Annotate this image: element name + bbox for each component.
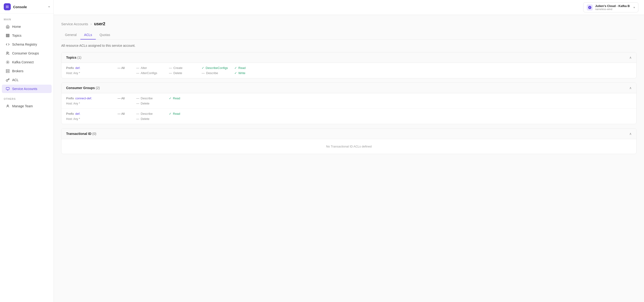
kafka-connect-icon	[6, 60, 10, 64]
topics-all: — All	[118, 66, 136, 70]
transactional-id-section-header[interactable]: Transactional ID (0) ∧	[62, 128, 636, 139]
svg-point-12	[7, 105, 8, 106]
topbar: Julien's Cloud - Kafka B nameless-wind ▾	[54, 0, 644, 15]
cg-row2-perm-read: ✓Read	[169, 112, 202, 116]
transactional-id-chevron-icon: ∧	[629, 132, 632, 136]
brokers-icon	[6, 69, 10, 73]
sidebar-item-service-accounts[interactable]: Service Accounts	[2, 84, 52, 93]
sidebar-label-topics: Topics	[12, 34, 22, 38]
consumer-groups-section-header[interactable]: Consumer Groups (2) ∧	[62, 83, 636, 93]
sidebar-item-kafka-connect[interactable]: Kafka Connect	[2, 58, 52, 66]
service-accounts-icon	[6, 87, 10, 91]
content-area: Service Accounts › user2 General ACLs Qu…	[54, 15, 644, 302]
topics-perm-alterconfigs: —AlterConfigs	[136, 71, 169, 75]
cg-row1-all: — All	[118, 96, 136, 100]
cg-row1-prefix-label: Prefix	[66, 96, 74, 100]
svg-rect-0	[6, 34, 9, 35]
tabs: General ACLs Quotas	[61, 31, 636, 40]
main-section-label: MAIN	[0, 14, 54, 22]
sidebar-item-schema-registry[interactable]: Schema Registry	[2, 40, 52, 48]
topics-perm-write: ✓Write	[234, 71, 267, 75]
sidebar-label-manage-team: Manage Team	[12, 104, 33, 108]
transactional-id-empty: No Transactional ID ACLs defined	[62, 139, 636, 154]
sidebar-item-home[interactable]: Home	[2, 22, 52, 31]
app-logo	[4, 3, 11, 10]
console-logo-icon	[5, 5, 9, 9]
svg-point-4	[7, 62, 8, 63]
acl-description: All resource ACLs assigned to this servi…	[61, 44, 636, 48]
topics-section-title: Topics (1)	[66, 56, 81, 59]
topics-perm-read: ✓Read	[234, 66, 267, 70]
team-icon	[6, 104, 10, 108]
breadcrumb-parent[interactable]: Service Accounts	[61, 22, 88, 26]
cg-row2-perm-describe: —Describe	[136, 112, 169, 116]
tab-quotas[interactable]: Quotas	[96, 31, 114, 40]
sidebar-label-schema-registry: Schema Registry	[12, 42, 37, 46]
cg-row2-prefix-value: def.	[75, 112, 80, 116]
home-icon	[6, 24, 10, 29]
cg-row2-all: — All	[118, 112, 136, 116]
cluster-info: Julien's Cloud - Kafka B nameless-wind	[595, 4, 630, 10]
consumer-groups-acl-row-2: Prefix def. — All —Describe ✓Read Host: …	[62, 109, 636, 124]
acl-icon	[6, 78, 10, 82]
sidebar-label-brokers: Brokers	[12, 69, 23, 73]
consumer-groups-chevron-icon: ∧	[629, 86, 632, 90]
consumer-groups-section-title: Consumer Groups (2)	[66, 86, 100, 90]
cluster-selector[interactable]: Julien's Cloud - Kafka B nameless-wind ▾	[583, 2, 638, 12]
sidebar-label-consumer-groups: Consumer Groups	[12, 52, 39, 55]
main-area: Julien's Cloud - Kafka B nameless-wind ▾…	[54, 0, 644, 302]
svg-rect-1	[6, 35, 9, 36]
transactional-id-count: (0)	[92, 132, 96, 136]
cluster-icon	[587, 4, 593, 10]
svg-point-3	[6, 52, 8, 53]
topics-perm-delete: —Delete	[169, 71, 202, 75]
sidebar-header: Console ▾	[0, 0, 54, 14]
schema-icon	[6, 42, 10, 46]
svg-rect-9	[6, 88, 9, 90]
sidebar: Console ▾ MAIN Home Topics Schema Regist…	[0, 0, 54, 302]
sidebar-label-acl: ACL	[12, 78, 18, 82]
topics-count: (1)	[77, 56, 81, 59]
sidebar-item-manage-team[interactable]: Manage Team	[2, 102, 52, 110]
topics-section: Topics (1) ∧ Prefix def. — All —Alter —C…	[61, 52, 636, 78]
topics-perm-create: —Create	[169, 66, 202, 70]
topics-perm-alter: —Alter	[136, 66, 169, 70]
svg-rect-5	[6, 70, 9, 70]
consumer-groups-section: Consumer Groups (2) ∧ Prefix connect-def…	[61, 82, 636, 124]
cg-row1-prefix-value: connect-def.	[75, 96, 92, 100]
breadcrumb-separator: ›	[90, 22, 92, 26]
topics-section-header[interactable]: Topics (1) ∧	[62, 52, 636, 63]
breadcrumb-current: user2	[94, 22, 105, 26]
consumer-groups-icon	[6, 51, 10, 56]
cg-row1-perm-delete: —Delete	[136, 102, 169, 105]
cg-row1-perm-describe: —Describe	[136, 96, 169, 100]
tab-acls[interactable]: ACLs	[80, 31, 96, 40]
others-section-label: OTHERS	[0, 93, 54, 102]
tab-general[interactable]: General	[61, 31, 80, 40]
transactional-id-section: Transactional ID (0) ∧ No Transactional …	[61, 128, 636, 154]
svg-rect-2	[6, 36, 9, 37]
sidebar-item-topics[interactable]: Topics	[2, 31, 52, 40]
topics-prefix-value: def.	[75, 66, 80, 70]
cluster-chevron-icon: ▾	[634, 6, 635, 9]
sidebar-item-consumer-groups[interactable]: Consumer Groups	[2, 49, 52, 58]
topics-icon	[6, 34, 10, 38]
cg-row1-host: Host: Any *	[66, 102, 80, 105]
sidebar-label-kafka-connect: Kafka Connect	[12, 60, 34, 64]
sidebar-label-home: Home	[12, 25, 21, 28]
transactional-id-section-title: Transactional ID (0)	[66, 132, 96, 136]
consumer-groups-count: (2)	[96, 86, 100, 90]
cluster-sub: nameless-wind	[595, 8, 630, 10]
svg-rect-6	[6, 71, 9, 72]
app-name: Console	[13, 5, 27, 9]
cg-row2-perm-delete: —Delete	[136, 117, 169, 120]
breadcrumb: Service Accounts › user2	[61, 22, 636, 26]
app-chevron-icon[interactable]: ▾	[48, 5, 50, 8]
cg-row2-prefix-label: Prefix	[66, 112, 74, 116]
cg-row1-perm-read: ✓Read	[169, 96, 202, 100]
sidebar-item-acl[interactable]: ACL	[2, 76, 52, 84]
sidebar-item-brokers[interactable]: Brokers	[2, 67, 52, 75]
sidebar-label-service-accounts: Service Accounts	[12, 87, 37, 91]
topics-prefix-label: Prefix	[66, 66, 74, 70]
cg-row2-host: Host: Any *	[66, 117, 80, 120]
